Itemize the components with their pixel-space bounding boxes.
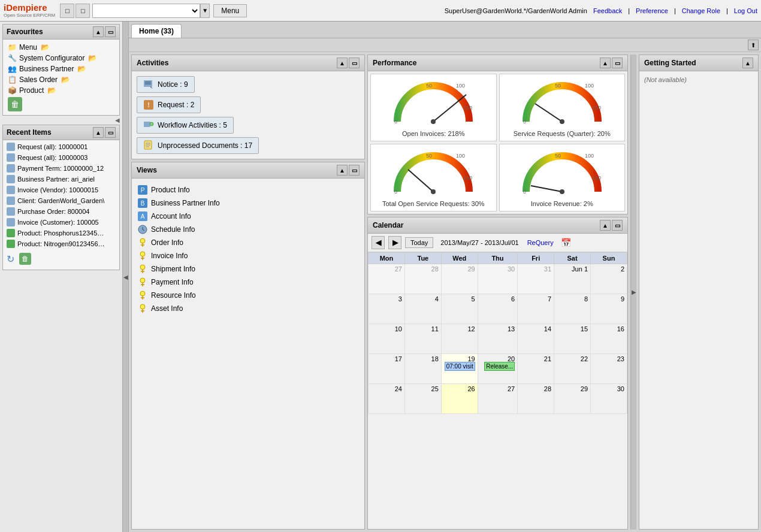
view-item-6[interactable]: Shipment Info [137, 262, 360, 276]
cal-cell[interactable]: 28 [518, 384, 554, 414]
recent-item-1[interactable]: Request (all): 10000003 [4, 152, 118, 163]
cal-cell[interactable]: 17 [369, 354, 405, 384]
cal-cell[interactable]: 27 [369, 264, 405, 294]
cal-cell[interactable]: Jun 1 [554, 264, 591, 294]
cal-cell[interactable]: 3 [369, 294, 405, 324]
feedback-link[interactable]: Feedback [593, 7, 622, 14]
favourites-expand-btn[interactable]: ▭ [105, 26, 116, 37]
perf-collapse-btn[interactable]: ▲ [600, 58, 611, 68]
favourites-collapse-btn[interactable]: ▲ [93, 26, 104, 37]
sidebar-item-salesorder[interactable]: 📋 Sales Order 📂 [5, 74, 117, 85]
sidebar-collapse-handle[interactable]: ◀ [0, 117, 120, 123]
recent-items-collapse-btn[interactable]: ▲ [93, 127, 104, 138]
cal-cell[interactable]: 25 [404, 384, 441, 414]
cal-cell[interactable]: 15 [554, 324, 591, 354]
calendar-collapse-btn[interactable]: ▲ [600, 220, 611, 231]
recent-item-4[interactable]: Invoice (Vendor): 10000015 [4, 185, 118, 195]
cal-cell[interactable]: 8 [554, 294, 591, 324]
menu-button[interactable]: Menu [213, 4, 247, 17]
view-item-8[interactable]: Resource Info [137, 289, 360, 302]
cal-cell[interactable]: 6 [478, 294, 517, 324]
view-item-1[interactable]: B Business Partner Info [137, 197, 360, 210]
recent-item-8[interactable]: Product: Phosphorus1234567890123_1234 [4, 228, 118, 238]
cal-cell[interactable]: 10 [369, 324, 405, 354]
workflow-button[interactable]: Workflow Activities : 5 [137, 117, 234, 134]
cal-cell-19[interactable]: 1907:00 visit [441, 354, 478, 384]
cal-cell[interactable]: 29 [441, 264, 478, 294]
recent-items-expand-btn[interactable]: ▭ [105, 127, 116, 138]
view-item-5[interactable]: Invoice Info [137, 249, 360, 262]
left-collapse-bar[interactable]: ◀ [123, 22, 129, 532]
log-out-link[interactable]: Log Out [734, 7, 757, 14]
view-item-3[interactable]: Schedule Info [137, 223, 360, 236]
home-tab[interactable]: Home (33) [131, 24, 182, 38]
view-item-9[interactable]: Asset Info [137, 302, 360, 315]
calendar-today-btn[interactable]: Today [405, 237, 433, 248]
cal-cell[interactable]: 21 [518, 354, 554, 384]
cal-cell-26-today[interactable]: 26 [441, 384, 478, 414]
refresh-icon[interactable]: ↻ [7, 253, 14, 265]
cal-cell[interactable]: 5 [441, 294, 478, 324]
views-collapse-btn[interactable]: ▲ [337, 165, 348, 176]
cal-event-visit[interactable]: 07:00 visit [445, 362, 475, 371]
sidebar-item-businesspartner[interactable]: 👥 Business Partner 📂 [5, 64, 117, 74]
calendar-prev-btn[interactable]: ◀ [372, 236, 385, 249]
cal-cell[interactable]: 2 [591, 264, 627, 294]
calendar-next-btn[interactable]: ▶ [388, 236, 401, 249]
cal-cell[interactable]: 27 [478, 384, 517, 414]
window-select-arrow[interactable]: ▼ [200, 4, 210, 18]
cal-cell[interactable]: 31 [518, 264, 554, 294]
sidebar-item-sysconfigurator[interactable]: 🔧 System Configurator 📂 [5, 53, 117, 64]
recent-item-2[interactable]: Payment Term: 10000000_12 [4, 163, 118, 174]
collapse-all-btn[interactable]: ⬆ [748, 40, 759, 50]
cal-cell[interactable]: 4 [404, 294, 441, 324]
unprocessed-docs-button[interactable]: Unprocessed Documents : 17 [137, 137, 259, 154]
change-role-link[interactable]: Change Role [682, 7, 720, 14]
getting-started-collapse-btn[interactable]: ▲ [742, 58, 753, 68]
right-collapse-bar[interactable]: ▶ [630, 55, 636, 530]
recent-item-6[interactable]: Purchase Order: 800004 [4, 206, 118, 217]
recent-item-3[interactable]: Business Partner: ari_ariel [4, 174, 118, 185]
recent-item-0[interactable]: Request (all): 10000001 [4, 141, 118, 152]
cal-event-release[interactable]: Release... [484, 362, 515, 371]
cal-cell[interactable]: 30 [591, 384, 627, 414]
cal-cell[interactable]: 29 [554, 384, 591, 414]
view-item-7[interactable]: Payment Info [137, 276, 360, 289]
cal-cell[interactable]: 24 [369, 384, 405, 414]
cal-cell[interactable]: 23 [591, 354, 627, 384]
sidebar-item-product[interactable]: 📦 Product 📂 [5, 85, 117, 96]
activities-expand-btn[interactable]: ▭ [349, 58, 360, 68]
recent-trash-icon[interactable]: 🗑 [19, 253, 31, 265]
cal-cell[interactable]: 14 [518, 324, 554, 354]
calendar-expand-btn[interactable]: ▭ [612, 220, 623, 231]
cal-cell[interactable]: 22 [554, 354, 591, 384]
cal-cell[interactable]: 12 [441, 324, 478, 354]
perf-expand-btn[interactable]: ▭ [612, 58, 623, 68]
recent-item-7[interactable]: Invoice (Customer): 100005 [4, 217, 118, 228]
back-button[interactable]: □ [60, 4, 74, 18]
favourites-trash-icon[interactable]: 🗑 [8, 97, 22, 111]
activities-collapse-btn[interactable]: ▲ [337, 58, 348, 68]
cal-cell[interactable]: 7 [518, 294, 554, 324]
view-item-0[interactable]: P Product Info [137, 183, 360, 197]
view-item-2[interactable]: A Account Info [137, 210, 360, 223]
request-button[interactable]: ! Request : 2 [137, 96, 201, 113]
window-select[interactable] [92, 4, 200, 18]
view-item-4[interactable]: Order Info [137, 236, 360, 249]
forward-button[interactable]: □ [76, 4, 90, 18]
cal-cell[interactable]: 16 [591, 324, 627, 354]
sidebar-item-menu[interactable]: 📁 Menu 📂 [5, 42, 117, 53]
views-expand-btn[interactable]: ▭ [349, 165, 360, 176]
recent-item-5[interactable]: Client: GardenWorld_Garden\ [4, 195, 118, 206]
cal-cell[interactable]: 28 [404, 264, 441, 294]
cal-cell[interactable]: 13 [478, 324, 517, 354]
cal-cell-20[interactable]: 20Release... [478, 354, 517, 384]
preference-link[interactable]: Preference [636, 7, 668, 14]
cal-cell[interactable]: 9 [591, 294, 627, 324]
cal-cell[interactable]: 11 [404, 324, 441, 354]
notice-button[interactable]: Notice : 9 [137, 76, 195, 93]
calendar-requery-link[interactable]: ReQuery [527, 239, 554, 246]
calendar-icon[interactable]: 📅 [561, 238, 571, 247]
cal-cell[interactable]: 30 [478, 264, 517, 294]
recent-item-9[interactable]: Product: Nitrogen901234567890123_Phosp [4, 238, 118, 249]
